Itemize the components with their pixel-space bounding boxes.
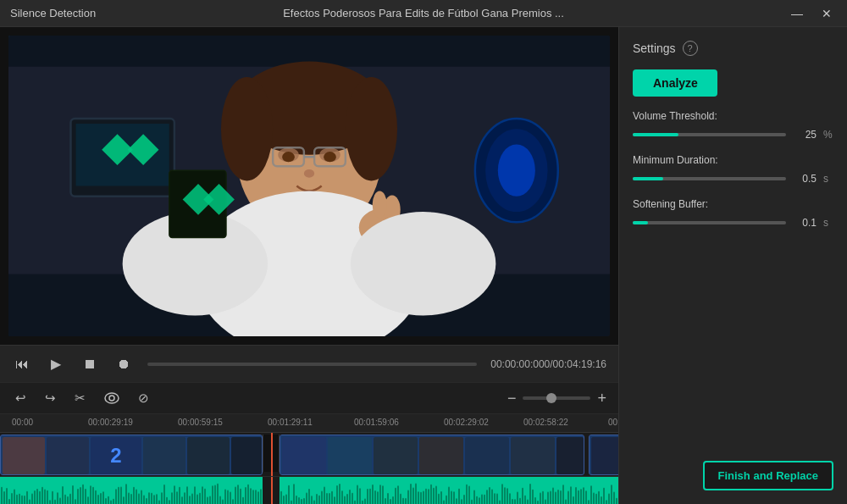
window-controls: — ✕ [786, 5, 837, 22]
svg-rect-176 [316, 494, 318, 504]
svg-rect-123 [166, 497, 168, 504]
svg-rect-293 [613, 491, 615, 504]
zoom-slider[interactable] [523, 396, 590, 400]
svg-rect-139 [207, 497, 208, 504]
svg-rect-248 [499, 501, 501, 504]
video-track: 2 [0, 433, 618, 477]
svg-rect-88 [77, 489, 79, 504]
svg-rect-199 [374, 490, 376, 504]
svg-rect-92 [87, 496, 89, 504]
svg-rect-195 [364, 499, 366, 504]
svg-rect-148 [230, 492, 231, 504]
svg-point-30 [105, 393, 119, 403]
timeline-area[interactable]: 00:00 00:00:29:19 00:00:59:15 00:01:29:1… [0, 414, 618, 504]
svg-rect-133 [191, 493, 193, 504]
ruler-mark-5: 00:02:29:02 [444, 418, 489, 427]
redo-button[interactable]: ↪ [42, 387, 59, 409]
svg-rect-68 [26, 491, 28, 504]
svg-rect-96 [97, 495, 99, 504]
video-clip-2[interactable] [280, 435, 584, 475]
title-bar: Silence Detection Efectos Poderosos Para… [0, 0, 847, 27]
finish-replace-button[interactable]: Finish and Replace [703, 461, 833, 490]
svg-rect-128 [179, 487, 180, 504]
volume-threshold-group: Volume Threshold: 25 % [633, 110, 833, 141]
svg-rect-213 [410, 484, 412, 504]
disable-button[interactable]: ⊘ [135, 387, 152, 409]
svg-rect-98 [102, 491, 104, 504]
undo-button[interactable]: ↩ [12, 387, 30, 409]
play-button[interactable]: ▶ [46, 354, 66, 374]
svg-rect-208 [397, 485, 399, 504]
svg-rect-100 [108, 496, 109, 504]
svg-rect-267 [547, 491, 549, 504]
help-icon[interactable]: ? [683, 41, 698, 56]
svg-rect-189 [349, 490, 351, 504]
svg-rect-257 [522, 488, 523, 504]
video-clip-3[interactable] [589, 435, 618, 475]
min-duration-unit: s [823, 173, 833, 185]
svg-rect-165 [288, 485, 290, 504]
svg-rect-279 [578, 490, 579, 504]
cut-button[interactable]: ✂ [71, 387, 89, 409]
svg-rect-167 [293, 484, 295, 504]
svg-rect-66 [21, 496, 23, 504]
minimize-button[interactable]: — [786, 5, 808, 22]
svg-rect-211 [405, 498, 407, 504]
svg-rect-215 [415, 483, 417, 504]
finish-btn-area: Finish and Replace [633, 454, 833, 490]
svg-rect-197 [369, 489, 371, 504]
volume-threshold-track [633, 133, 786, 136]
video-clip-1[interactable]: 2 [0, 435, 263, 475]
svg-rect-158 [255, 490, 257, 504]
svg-rect-113 [141, 490, 142, 504]
progress-bar[interactable] [147, 363, 477, 366]
video-visual [8, 36, 610, 336]
svg-rect-136 [199, 493, 201, 504]
view-button[interactable] [101, 389, 123, 407]
svg-rect-228 [448, 487, 450, 504]
analyze-button[interactable]: Analyze [633, 69, 717, 97]
svg-rect-159 [257, 491, 259, 504]
close-button[interactable]: ✕ [817, 5, 837, 22]
svg-rect-99 [105, 498, 107, 504]
softening-buffer-track [633, 221, 786, 224]
svg-rect-271 [557, 490, 559, 504]
svg-rect-77 [49, 500, 51, 504]
svg-rect-186 [341, 490, 343, 504]
svg-rect-235 [466, 485, 468, 504]
stop-button[interactable]: ⏹ [80, 354, 100, 374]
svg-rect-200 [377, 491, 379, 504]
svg-rect-247 [496, 493, 498, 504]
timeline-ruler: 00:00 00:00:29:19 00:00:59:15 00:01:29:1… [0, 414, 618, 433]
svg-rect-34 [47, 437, 89, 474]
left-panel: ⏮ ▶ ⏹ ⏺ 00:00:00:000/00:04:19:16 ↩ ↪ ✂ ⊘… [0, 27, 618, 504]
svg-rect-266 [545, 500, 546, 504]
svg-rect-134 [194, 486, 196, 504]
svg-rect-175 [313, 501, 315, 504]
svg-rect-182 [331, 491, 333, 504]
svg-rect-220 [428, 489, 429, 504]
svg-rect-203 [385, 498, 386, 504]
svg-rect-44 [328, 437, 372, 474]
loop-button[interactable]: ⏺ [113, 354, 134, 374]
skip-back-button[interactable]: ⏮ [12, 354, 32, 374]
ruler-mark-7: 00:03:28:17 [608, 418, 618, 427]
svg-rect-261 [532, 490, 534, 504]
svg-rect-274 [565, 499, 567, 504]
right-panel: Settings ? Analyze Volume Threshold: 25 … [618, 27, 847, 504]
app-title: Silence Detection [10, 7, 96, 19]
svg-rect-286 [595, 494, 597, 504]
playhead-audio [271, 477, 273, 504]
ruler-mark-6: 00:02:58:22 [523, 418, 568, 427]
zoom-in-button[interactable]: + [597, 390, 606, 406]
zoom-out-button[interactable]: − [507, 390, 517, 406]
svg-rect-187 [344, 496, 346, 504]
svg-rect-163 [283, 496, 285, 504]
svg-rect-91 [85, 489, 86, 504]
svg-rect-244 [489, 487, 490, 504]
svg-rect-156 [250, 488, 252, 504]
svg-rect-262 [534, 497, 536, 504]
svg-rect-94 [92, 487, 94, 504]
svg-rect-124 [169, 500, 170, 504]
svg-rect-178 [321, 490, 323, 504]
